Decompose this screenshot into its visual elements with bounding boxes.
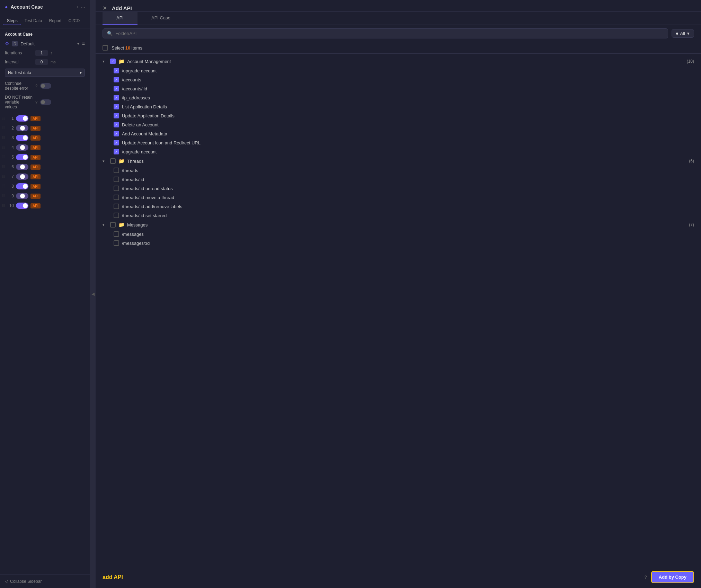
item-checkbox[interactable]: ✓ — [114, 86, 119, 91]
api-item-row[interactable]: ✓ /upgrade account — [96, 66, 701, 75]
item-checkbox[interactable] — [114, 168, 119, 173]
item-checkbox[interactable] — [114, 186, 119, 191]
api-item-row[interactable]: /messages/:id — [96, 239, 701, 248]
step-toggle-dot — [20, 194, 25, 198]
tab-api[interactable]: API — [103, 12, 137, 25]
step-toggle[interactable] — [16, 115, 28, 122]
item-checkbox[interactable]: ✓ — [114, 104, 119, 109]
item-checkbox[interactable]: ✓ — [114, 140, 119, 145]
help-icon[interactable]: ? — [645, 574, 647, 580]
folder-row[interactable]: ▾ 📁 Messages (7) — [96, 220, 701, 230]
tab-testdata[interactable]: Test Data — [21, 17, 46, 25]
item-checkbox[interactable] — [114, 240, 119, 246]
test-data-row: No Test data ▾ — [0, 66, 90, 79]
api-item-row[interactable]: /threads/:id move a thread — [96, 193, 701, 202]
api-item-row[interactable]: ✓ /upgrade account — [96, 147, 701, 156]
folder-icon: 📁 — [118, 222, 124, 228]
api-item-row[interactable]: ✓ Delete an Account — [96, 120, 701, 129]
profile-dropdown-icon[interactable]: ▾ — [77, 42, 79, 46]
toggle-dot — [41, 84, 45, 88]
api-item-row[interactable]: ✓ /accounts — [96, 75, 701, 84]
item-checkbox[interactable] — [114, 231, 119, 237]
step-toggle[interactable] — [16, 144, 28, 151]
add-icon[interactable]: + — [77, 5, 79, 10]
api-item-row[interactable]: ✓ List Application Details — [96, 102, 701, 111]
continue-help-icon[interactable]: ? — [35, 84, 37, 88]
api-item-row[interactable]: ✓ Add Account Metadata — [96, 129, 701, 138]
folder-checkbox[interactable]: ✓ — [110, 59, 116, 64]
retain-help-icon[interactable]: ? — [35, 100, 37, 104]
item-checkbox[interactable] — [114, 195, 119, 200]
api-item-row[interactable]: /threads/:id — [96, 175, 701, 184]
tab-api-case[interactable]: API Case — [137, 12, 184, 25]
api-item-row[interactable]: /threads/:id add/remove labels — [96, 202, 701, 211]
panel-divider[interactable]: ◀ — [90, 0, 96, 588]
step-toggle[interactable] — [16, 164, 28, 170]
add-by-copy-button[interactable]: Add by Copy — [651, 571, 694, 583]
item-checkbox[interactable]: ✓ — [114, 95, 119, 100]
folder-count: (7) — [689, 222, 694, 227]
item-checkbox[interactable]: ✓ — [114, 122, 119, 127]
step-toggle[interactable] — [16, 135, 28, 141]
api-item-row[interactable]: /messages — [96, 230, 701, 239]
step-api-badge: API — [30, 126, 41, 131]
step-toggle[interactable] — [16, 125, 28, 131]
api-item-row[interactable]: ✓ Update Account Icon and Redirect URL — [96, 138, 701, 147]
tab-cicd[interactable]: CI/CD — [65, 17, 83, 25]
item-checkbox[interactable] — [114, 177, 119, 182]
step-api-badge: API — [30, 135, 41, 141]
profile-menu-icon[interactable]: ≡ — [82, 41, 85, 46]
api-item-row[interactable]: /threads — [96, 166, 701, 175]
api-item-row[interactable]: ✓ /ip_addresses — [96, 93, 701, 102]
item-checkbox[interactable]: ✓ — [114, 113, 119, 118]
filter-dropdown[interactable]: All ▾ — [672, 29, 694, 38]
api-item-row[interactable]: ✓ Update Application Details — [96, 111, 701, 120]
tab-report[interactable]: Report — [45, 17, 65, 25]
retain-variables-toggle[interactable] — [40, 99, 51, 105]
step-api-badge: API — [30, 203, 41, 208]
panel-title: Add API — [112, 5, 132, 11]
item-checkbox[interactable]: ✓ — [114, 131, 119, 136]
interval-value[interactable]: 0 — [35, 59, 48, 65]
search-input[interactable] — [115, 31, 664, 36]
folder-chevron-icon: ▾ — [103, 223, 107, 227]
api-item-row[interactable]: ✓ /accounts/:id — [96, 84, 701, 93]
folder-row[interactable]: ▾ ✓ 📁 Account Management (10) — [96, 56, 701, 66]
folder-name: Account Management — [127, 59, 684, 64]
step-row: ⠿ 8 API — [0, 181, 90, 191]
step-number: 7 — [7, 174, 14, 179]
retain-variables-row: DO NOT retain variable values ? — [0, 93, 90, 112]
close-icon[interactable]: ✕ — [103, 5, 107, 11]
folder-checkbox[interactable] — [110, 222, 116, 228]
api-item-name: /messages/:id — [122, 241, 150, 246]
item-checkbox[interactable]: ✓ — [114, 77, 119, 82]
step-toggle[interactable] — [16, 193, 28, 199]
item-checkbox[interactable] — [114, 204, 119, 209]
more-icon[interactable]: ··· — [81, 5, 85, 10]
folder-row[interactable]: ▾ 📁 Threads (6) — [96, 156, 701, 166]
collapse-sidebar-button[interactable]: ◁ Collapse Sidebar — [0, 574, 90, 588]
select-all-checkbox[interactable] — [103, 45, 108, 51]
drag-handle-icon: ⠿ — [2, 155, 5, 160]
continue-error-toggle[interactable] — [40, 83, 51, 89]
collapse-icon: ◁ — [5, 579, 8, 584]
item-checkbox[interactable]: ✓ — [114, 149, 119, 154]
select-all-row: Select 10 items — [96, 42, 701, 54]
item-checkbox[interactable]: ✓ — [114, 68, 119, 73]
api-item-row[interactable]: /threads/:id unread status — [96, 184, 701, 193]
step-toggle[interactable] — [16, 173, 28, 180]
api-item-row[interactable]: /threads/:id set starred — [96, 211, 701, 220]
folder-checkbox[interactable] — [110, 158, 116, 164]
step-toggle-dot — [23, 184, 28, 189]
test-data-dropdown[interactable]: No Test data ▾ — [5, 69, 85, 77]
tab-steps[interactable]: Steps — [3, 17, 21, 25]
step-row: ⠿ 9 API — [0, 191, 90, 201]
step-toggle[interactable] — [16, 154, 28, 160]
step-number: 4 — [7, 145, 14, 150]
step-toggle[interactable] — [16, 183, 28, 189]
step-toggle-dot — [20, 164, 25, 169]
drag-handle-icon: ⠿ — [2, 145, 5, 150]
step-toggle[interactable] — [16, 203, 28, 209]
iterations-value[interactable]: 1 — [35, 50, 48, 56]
item-checkbox[interactable] — [114, 213, 119, 218]
